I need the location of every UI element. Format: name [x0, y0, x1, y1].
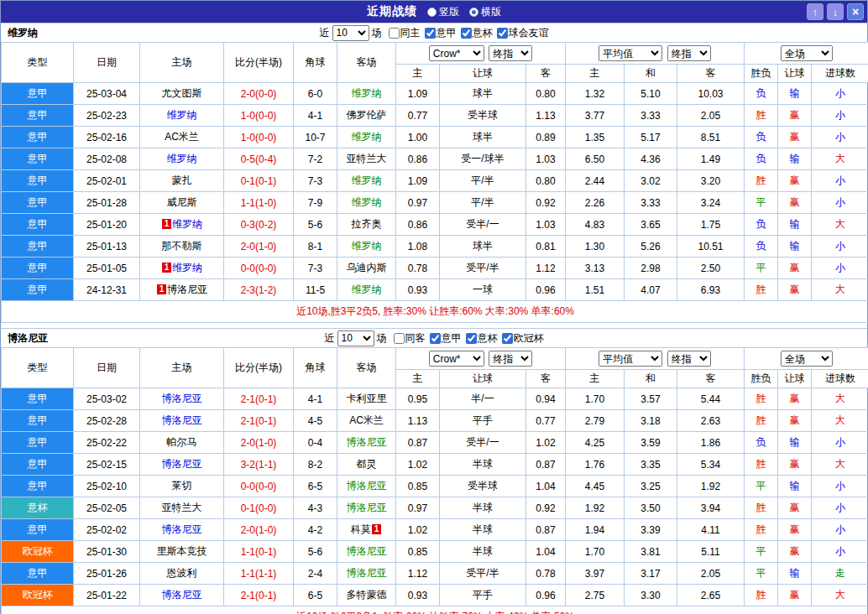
team-link[interactable]: 尤文图斯: [162, 87, 202, 99]
filter-checkbox-意甲[interactable]: 意甲: [421, 26, 457, 40]
team-link[interactable]: 博洛尼亚: [347, 436, 387, 448]
avg-group-header: 平均值 终指: [566, 348, 745, 370]
cell-result-handicap: 赢: [778, 454, 812, 476]
cell-score: 1-1(1-0): [224, 192, 294, 214]
team-link[interactable]: 博洛尼亚: [162, 414, 202, 426]
team-link[interactable]: 都灵: [357, 458, 377, 470]
cell-result-goals: 大: [812, 148, 868, 170]
team-link[interactable]: 博洛尼亚: [162, 589, 202, 601]
cell-avg-away: 10.03: [677, 83, 745, 105]
team-link[interactable]: 拉齐奥: [352, 218, 382, 230]
cell-avg-away: 2.65: [677, 585, 745, 606]
checkbox-input[interactable]: [425, 28, 436, 39]
col-header-away: 客场: [337, 43, 396, 83]
team-link[interactable]: 里斯本竞技: [157, 545, 207, 557]
team-link[interactable]: 科莫: [351, 523, 371, 535]
checkbox-input[interactable]: [394, 333, 405, 344]
col-header-result-goals: 进球数: [812, 65, 868, 83]
avg-time-select[interactable]: 终指: [667, 45, 711, 61]
cell-odds-away: 0.80: [526, 83, 566, 105]
checkbox-input[interactable]: [389, 28, 400, 39]
cell-result-outcome: 平: [745, 192, 778, 214]
team-link[interactable]: 维罗纳: [172, 218, 202, 230]
match-row: 欧冠杯25-01-22博洛尼亚2-1(0-1)6-5多特蒙德0.93平手0.96…: [2, 585, 868, 606]
scope-select[interactable]: 全场: [781, 45, 833, 61]
team-link[interactable]: 博洛尼亚: [162, 393, 202, 404]
cell-odds-home: 0.78: [396, 258, 440, 279]
filter-checkbox-球会友谊[interactable]: 球会友谊: [493, 26, 549, 40]
close-button[interactable]: ×: [847, 3, 864, 20]
team-link[interactable]: 博洛尼亚: [347, 545, 387, 557]
team-link[interactable]: 卡利亚里: [347, 393, 387, 404]
cell-date: 25-02-22: [74, 432, 140, 454]
team-link[interactable]: 维罗纳: [172, 262, 202, 273]
checkbox-input[interactable]: [461, 28, 472, 39]
team-link[interactable]: 维罗纳: [352, 240, 382, 252]
team-link[interactable]: AC米兰: [349, 414, 384, 426]
team-link[interactable]: 博洛尼亚: [162, 523, 202, 535]
team-link[interactable]: 博洛尼亚: [347, 502, 387, 513]
team-link[interactable]: 博洛尼亚: [162, 458, 202, 470]
move-down-button[interactable]: ↓: [827, 3, 844, 20]
col-header-date: 日期: [74, 348, 140, 388]
filter-checkbox-欧冠杯[interactable]: 欧冠杯: [498, 331, 544, 346]
team-link[interactable]: 多特蒙德: [347, 589, 387, 601]
team-link[interactable]: 维罗纳: [352, 284, 382, 295]
team-link[interactable]: 维罗纳: [352, 174, 382, 186]
team-link[interactable]: 维罗纳: [352, 87, 382, 99]
layout-radio-horizontal[interactable]: 横版: [469, 5, 501, 19]
filter-checkbox-意杯[interactable]: 意杯: [462, 331, 498, 346]
filter-checkbox-同客[interactable]: 同客: [390, 331, 426, 346]
match-count-select[interactable]: 10: [332, 25, 369, 41]
avg-select[interactable]: 平均值: [599, 45, 662, 61]
team-link[interactable]: AC米兰: [165, 131, 199, 143]
move-up-button[interactable]: ↑: [807, 3, 824, 20]
checkbox-input[interactable]: [430, 333, 441, 344]
match-count-select[interactable]: 10: [337, 330, 374, 346]
team-link[interactable]: 亚特兰大: [347, 153, 387, 164]
team-link[interactable]: 佛罗伦萨: [347, 109, 387, 121]
odds-time-select[interactable]: 终指: [489, 45, 532, 61]
cell-result-outcome: 胜: [745, 105, 778, 127]
radio-horizontal-icon[interactable]: [469, 8, 478, 17]
checkbox-input[interactable]: [502, 333, 513, 344]
scope-select[interactable]: 全场: [781, 351, 833, 367]
team-link[interactable]: 博洛尼亚: [167, 284, 207, 295]
avg-time-select[interactable]: 终指: [667, 351, 711, 367]
avg-select[interactable]: 平均值: [599, 351, 662, 367]
team-link[interactable]: 维罗纳: [167, 153, 197, 164]
odds-company-select[interactable]: Crow*: [429, 351, 484, 367]
team-link[interactable]: 博洛尼亚: [347, 480, 387, 492]
team-link[interactable]: 维罗纳: [352, 196, 382, 208]
filter-checkbox-意甲[interactable]: 意甲: [426, 331, 462, 346]
team-link[interactable]: 乌迪内斯: [347, 262, 387, 273]
odds-time-select[interactable]: 终指: [489, 351, 532, 367]
team-link[interactable]: 博洛尼亚: [347, 567, 387, 579]
layout-radio-vertical[interactable]: 竖版: [427, 5, 459, 19]
filter-checkbox-意杯[interactable]: 意杯: [457, 26, 493, 40]
team-link[interactable]: 维罗纳: [167, 109, 197, 121]
team-link[interactable]: 亚特兰大: [162, 502, 202, 513]
team-link[interactable]: 维罗纳: [352, 131, 382, 143]
team-link[interactable]: 那不勒斯: [162, 240, 202, 252]
cell-score: 1-0(0-0): [224, 127, 294, 148]
team-link[interactable]: 莱切: [172, 480, 192, 492]
cell-odds-home: 0.93: [396, 279, 440, 301]
cell-result-goals: 小: [812, 541, 868, 563]
match-row: 意甲25-02-23维罗纳1-0(0-0)4-1佛罗伦萨0.77受半球1.133…: [2, 105, 868, 127]
cell-score: 2-0(0-0): [224, 83, 294, 105]
matches-body: 意甲25-03-04尤文图斯2-0(0-0)6-0维罗纳1.09球半0.801.…: [2, 83, 868, 301]
unit-label: 场: [377, 331, 387, 346]
checkbox-input[interactable]: [466, 333, 477, 344]
team-link[interactable]: 威尼斯: [167, 196, 197, 208]
team-link[interactable]: 帕尔马: [167, 436, 197, 448]
team-link[interactable]: 蒙扎: [172, 174, 192, 186]
radio-vertical-icon[interactable]: [427, 8, 437, 17]
cell-odds-line: 平/半: [440, 170, 526, 192]
odds-company-select[interactable]: Crow*: [429, 45, 484, 61]
filter-checkbox-同主[interactable]: 同主: [384, 26, 421, 40]
checkbox-input[interactable]: [497, 28, 508, 39]
team-link[interactable]: 恩波利: [167, 567, 197, 579]
cell-odds-away: 0.96: [526, 585, 566, 606]
cell-odds-home: 1.00: [396, 127, 440, 148]
